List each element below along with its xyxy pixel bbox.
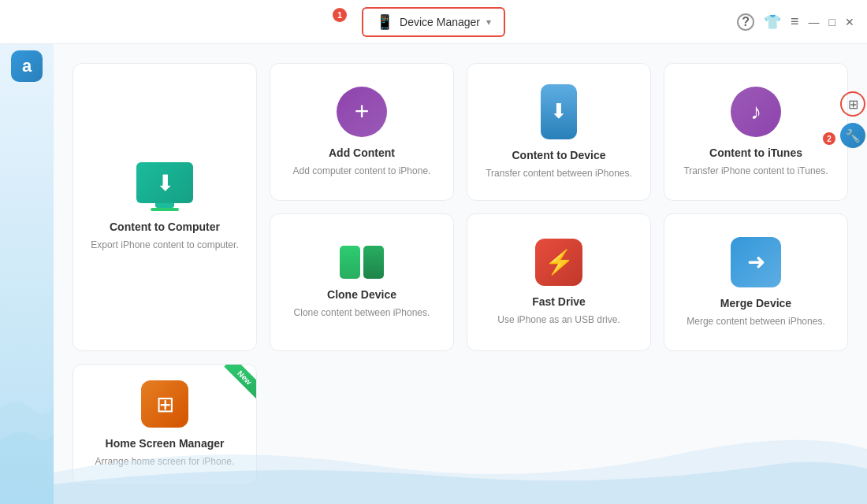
merge-device-icon: ➜ bbox=[731, 237, 781, 287]
fast-drive-desc: Use iPhone as an USB drive. bbox=[497, 313, 620, 327]
right-sidebar: 2 ⊞ 🔧 bbox=[839, 44, 867, 504]
title-bar-controls: ? 👕 ≡ — □ ✕ bbox=[737, 13, 854, 31]
card-content-to-computer[interactable]: ⬇ Content to Computer Export iPhone cont… bbox=[73, 63, 257, 351]
clone-device-icon bbox=[340, 246, 384, 279]
card-add-content[interactable]: + Add Content Add computer content to iP… bbox=[270, 63, 454, 201]
content-to-computer-desc: Export iPhone content to computer. bbox=[91, 238, 238, 252]
new-badge: New bbox=[212, 365, 256, 409]
home-screen-manager-icon: ⊞ bbox=[141, 380, 188, 428]
badge-1: 1 bbox=[333, 8, 347, 22]
merge-device-title: Merge Device bbox=[720, 297, 791, 309]
content-to-computer-title: Content to Computer bbox=[110, 220, 220, 233]
badge-2: 2 bbox=[823, 132, 835, 145]
device-manager-label: Device Manager bbox=[400, 16, 480, 28]
fast-drive-title: Fast Drive bbox=[532, 295, 586, 308]
app-logo: a bbox=[11, 50, 43, 82]
left-sidebar: a bbox=[0, 44, 54, 504]
content-to-computer-icon: ⬇ bbox=[136, 162, 193, 211]
add-content-icon: + bbox=[337, 87, 387, 137]
phone-icon: 📱 bbox=[376, 13, 393, 31]
menu-icon[interactable]: ≡ bbox=[791, 13, 799, 30]
content-to-itunes-icon: ♪ bbox=[731, 87, 781, 137]
card-clone-device[interactable]: Clone Device Clone content between iPhon… bbox=[270, 213, 454, 351]
home-screen-manager-title: Home Screen Manager bbox=[106, 437, 225, 450]
content-to-device-desc: Transfer content between iPhones. bbox=[486, 166, 632, 180]
chevron-down-icon: ▾ bbox=[486, 17, 491, 28]
device-manager-button[interactable]: 📱 Device Manager ▾ bbox=[362, 7, 505, 37]
card-content-to-device[interactable]: ⬇ Content to Device Transfer content bet… bbox=[467, 63, 651, 201]
close-icon[interactable]: ✕ bbox=[845, 16, 854, 28]
card-content-to-itunes[interactable]: ♪ Content to iTunes Transfer iPhone cont… bbox=[664, 63, 848, 201]
clone-device-title: Clone Device bbox=[327, 288, 396, 301]
card-fast-drive[interactable]: ⚡ Fast Drive Use iPhone as an USB drive. bbox=[467, 213, 651, 351]
minimize-icon[interactable]: — bbox=[809, 16, 820, 28]
card-merge-device[interactable]: ➜ Merge Device Merge content between iPh… bbox=[664, 213, 848, 351]
shirt-icon[interactable]: 👕 bbox=[764, 13, 781, 31]
maximize-icon[interactable]: □ bbox=[829, 16, 835, 28]
card-home-screen-manager[interactable]: New ⊞ Home Screen Manager Arrange home s… bbox=[73, 364, 257, 485]
merge-device-desc: Merge content between iPhones. bbox=[687, 314, 824, 328]
fast-drive-icon: ⚡ bbox=[535, 239, 582, 286]
clone-device-desc: Clone content between iPhones. bbox=[294, 306, 430, 320]
main-content: ⬇ Content to Computer Export iPhone cont… bbox=[54, 44, 867, 504]
toolbox-icon-button[interactable]: 🔧 bbox=[840, 123, 865, 148]
title-bar: 1 📱 Device Manager ▾ ? 👕 ≡ — □ ✕ bbox=[0, 0, 867, 44]
content-to-device-title: Content to Device bbox=[512, 149, 605, 161]
grid-icon-button[interactable]: ⊞ bbox=[840, 91, 865, 117]
content-to-itunes-title: Content to iTunes bbox=[709, 146, 802, 159]
home-screen-manager-desc: Arrange home screen for iPhone. bbox=[95, 454, 235, 469]
add-content-title: Add Content bbox=[329, 146, 395, 159]
content-to-itunes-desc: Transfer iPhone content to iTunes. bbox=[683, 164, 828, 178]
add-content-desc: Add computer content to iPhone. bbox=[293, 164, 431, 178]
content-to-device-icon: ⬇ bbox=[541, 84, 577, 139]
help-icon[interactable]: ? bbox=[737, 13, 754, 31]
